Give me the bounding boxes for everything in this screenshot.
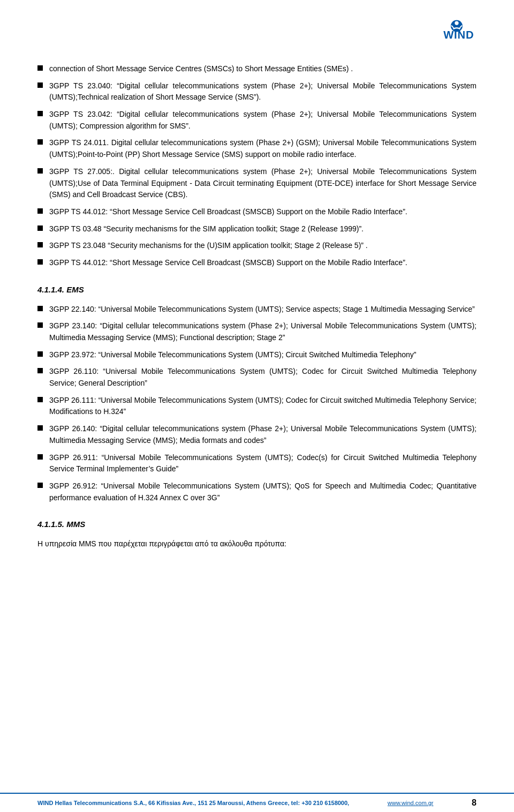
bullet-icon: [37, 483, 43, 488]
footer-page-number: 8: [472, 798, 477, 808]
bullet-text: 3GPP TS 23.048 “Security mechanisms for …: [49, 240, 477, 252]
footer-link[interactable]: www.wind.com.gr: [388, 800, 434, 806]
bullet-icon: [37, 111, 43, 116]
wind-logo: WIND: [415, 18, 474, 52]
list-item: 3GPP 26.911: “Universal Mobile Telecommu…: [37, 452, 477, 475]
logo-area: WIND: [37, 16, 477, 54]
bullet-text: 3GPP TS 23.042: “Digital cellular teleco…: [49, 109, 477, 132]
list-item: 3GPP 26.111: “Universal Mobile Telecommu…: [37, 395, 477, 418]
bullet-icon: [37, 368, 43, 373]
list-item: 3GPP 23.140: “Digital cellular telecommu…: [37, 320, 477, 343]
footer-address: 66 Kifissias Ave., 151 25 Maroussi, Athe…: [148, 800, 349, 806]
bullet-icon: [37, 139, 43, 145]
footer-left: WIND Hellas Telecommunications S.A., 66 …: [37, 800, 349, 806]
logo-box: WIND: [412, 16, 477, 54]
bullet-icon: [37, 259, 43, 265]
list-item: connection of Short Message Service Cent…: [37, 63, 477, 75]
bullet-text: 3GPP TS 44.012: “Short Message Service C…: [49, 257, 477, 269]
bullet-icon: [37, 425, 43, 431]
bullet-text: 3GPP 26.110: “Universal Mobile Telecommu…: [49, 366, 477, 389]
bullet-text: connection of Short Message Service Cent…: [49, 63, 477, 75]
svg-point-1: [455, 21, 458, 25]
bullet-text: 3GPP 22.140: “Universal Mobile Telecommu…: [49, 304, 477, 315]
list-item: 3GPP TS 24.011. Digital cellular telecom…: [37, 137, 477, 160]
bullet-text: 3GPP 26.912: “Universal Mobile Telecommu…: [49, 480, 477, 503]
list-item: 3GPP 26.912: “Universal Mobile Telecommu…: [37, 480, 477, 503]
list-item: 3GPP TS 23.040: “Digital cellular teleco…: [37, 80, 477, 103]
bullet-text: 3GPP 23.140: “Digital cellular telecommu…: [49, 320, 477, 343]
bullet-icon: [37, 208, 43, 214]
footer-company: WIND Hellas Telecommunications S.A.,: [37, 800, 147, 806]
bullet-icon: [37, 82, 43, 88]
bullet-icon: [37, 322, 43, 328]
bullet-icon: [37, 242, 43, 247]
list-item: 3GPP TS 44.012: “Short Message Service C…: [37, 257, 477, 269]
list-item: 3GPP TS 23.042: “Digital cellular teleco…: [37, 109, 477, 132]
bullet-icon: [37, 306, 43, 311]
list-item: 3GPP TS 27.005:. Digital cellular teleco…: [37, 166, 477, 201]
bullet-text: 3GPP 23.972: “Universal Mobile Telecommu…: [49, 349, 477, 361]
content-area: connection of Short Message Service Cent…: [37, 63, 477, 550]
mms-section-heading: 4.1.1.5. MMS: [37, 520, 477, 529]
bullet-icon: [37, 351, 43, 357]
bullet-text: 3GPP TS 44.012: “Short Message Service C…: [49, 206, 477, 218]
list-item: 3GPP TS 23.048 “Security mechanisms for …: [37, 240, 477, 252]
bullet-icon: [37, 454, 43, 460]
list-item: 3GPP TS 44.012: “Short Message Service C…: [37, 206, 477, 218]
bullet-text: 3GPP 26.911: “Universal Mobile Telecommu…: [49, 452, 477, 475]
mms-body-text: Η υπηρεσία MMS που παρέχεται περιγράφετα…: [37, 538, 477, 550]
ems-bullet-list: 3GPP 22.140: “Universal Mobile Telecommu…: [37, 304, 477, 504]
bullet-icon: [37, 225, 43, 231]
bullet-text: 3GPP TS 23.040: “Digital cellular teleco…: [49, 80, 477, 103]
footer-center: www.wind.com.gr: [388, 800, 434, 806]
top-bullet-list: connection of Short Message Service Cent…: [37, 63, 477, 269]
list-item: 3GPP 22.140: “Universal Mobile Telecommu…: [37, 304, 477, 315]
bullet-icon: [37, 168, 43, 174]
list-item: 3GPP TS 03.48 “Security mechanisms for t…: [37, 223, 477, 235]
ems-section-heading: 4.1.1.4. EMS: [37, 285, 477, 294]
bullet-icon: [37, 65, 43, 71]
footer-bar: WIND Hellas Telecommunications S.A., 66 …: [0, 793, 514, 812]
svg-text:WIND: WIND: [443, 29, 474, 41]
list-item: 3GPP 23.972: “Universal Mobile Telecommu…: [37, 349, 477, 361]
bullet-icon: [37, 397, 43, 402]
bullet-text: 3GPP 26.111: “Universal Mobile Telecommu…: [49, 395, 477, 418]
list-item: 3GPP 26.110: “Universal Mobile Telecommu…: [37, 366, 477, 389]
page-container: WIND connection of Short Message Service…: [0, 0, 514, 812]
list-item: 3GPP 26.140: “Digital cellular telecommu…: [37, 423, 477, 446]
bullet-text: 3GPP TS 27.005:. Digital cellular teleco…: [49, 166, 477, 201]
bullet-text: 3GPP TS 24.011. Digital cellular telecom…: [49, 137, 477, 160]
bullet-text: 3GPP 26.140: “Digital cellular telecommu…: [49, 423, 477, 446]
bullet-text: 3GPP TS 03.48 “Security mechanisms for t…: [49, 223, 477, 235]
